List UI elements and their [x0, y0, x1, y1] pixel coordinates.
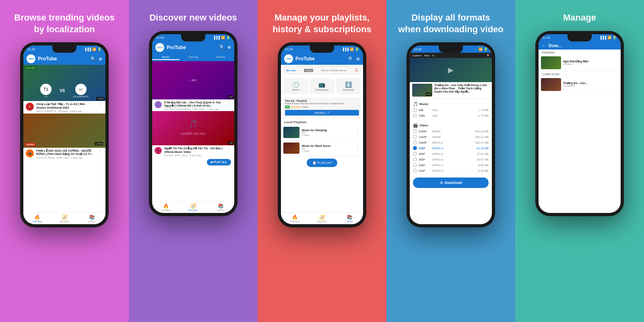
time-2: 11:53 — [156, 36, 164, 39]
big-thumb-mv2[interactable]: 🎵NGƯỜI TÔI YÊU 7:06 — [152, 111, 234, 145]
library-grid: 🕐 History 📺 Subscription ⬇️ Download — [281, 76, 363, 97]
app-name-3: ProTube — [295, 56, 346, 62]
video-card-movie[interactable]: 🎬 PHIM LẺ HAY 2023 | DÃ VƯƠNG - NGƯỜI RỪ… — [23, 148, 105, 160]
format-240p[interactable]: 240P MPEG-4 9.95 MB — [413, 162, 489, 168]
playlist-name-work: Music for Work focus — [302, 144, 353, 147]
content-1: PLAYOFF T1 T1 VS G2 G2 ESPORTS — [23, 65, 105, 213]
nav-trending-3[interactable]: 🔥 Trending — [281, 215, 308, 223]
video-card-t1[interactable]: V Vòng Loại Trực Tiếp - T1 vs G2 | Mid-S… — [23, 101, 105, 114]
more-btn-mv2[interactable]: ⋮ — [226, 147, 232, 151]
radio-480p[interactable] — [413, 152, 417, 156]
content-4: 5:08 Thương Em - Live Châu Khải Phong x … — [410, 82, 492, 224]
download-button[interactable]: ⊙ Download — [413, 178, 489, 188]
time-5: 11:51 — [543, 36, 551, 39]
radio-128k[interactable] — [413, 114, 417, 118]
format-480p[interactable]: 480P MPEG-4 27.41 MB — [413, 151, 489, 157]
phone-5-notch — [568, 34, 592, 41]
captions-label[interactable]: Captions — [412, 54, 422, 57]
panel-2-title: Discover new videos — [149, 12, 237, 24]
video-card-mv2[interactable]: G Người Tôi Yêu Chẳng Hề Yêu Tôi - Chí Đ… — [152, 145, 234, 157]
nav-library-1[interactable]: 📚 Library — [78, 215, 105, 223]
ad-content: Test Ad : Flood-It! Install Flood-It App… — [283, 98, 361, 117]
big-thumb-mv1[interactable]: ♪ MV 4:43 — [152, 61, 234, 99]
radio-1080p[interactable] — [413, 140, 417, 144]
nav-trending-2[interactable]: 🔥 Trending — [152, 203, 180, 211]
phone-3: 11:54 ▐▐▐📶🔋 LOGO ProTube 🔍 ⊕ Nice job! T… — [278, 42, 366, 227]
lib-subscription[interactable]: 📺 Subscription — [310, 78, 334, 94]
add-icon-1[interactable]: ⊕ — [99, 56, 102, 62]
download-header: ← Dow... — [539, 41, 621, 50]
more-btn-sleep[interactable]: ⋮ — [355, 130, 361, 135]
content-2: ♪ MV 4:43 🎵 Ít Nhưng Dài Lâu - Chu Thuý … — [152, 61, 234, 201]
video-card-mv1[interactable]: 🎵 Ít Nhưng Dài Lâu - Chu Thuý Quỳnh ft. … — [152, 99, 234, 111]
more-btn-mv1[interactable]: ⋮ — [226, 101, 232, 105]
more-btn-movie[interactable]: ⋮ — [97, 149, 103, 154]
big-thumb-movie[interactable]: 1:25:00 QUERBY — [23, 114, 105, 148]
format-1080p[interactable]: 1080P MPEG-4 126.02 MB — [413, 140, 489, 145]
search-icon-2[interactable]: 🔍 — [219, 45, 225, 50]
radio-720p[interactable] — [413, 146, 417, 150]
back-icon[interactable]: ← — [542, 43, 546, 48]
radio-2160p[interactable] — [413, 129, 417, 133]
add-icon-2[interactable]: ⊕ — [227, 45, 231, 50]
content-5: Pending Ngôi Nhà Đồng Rồm Pending... Com… — [539, 50, 621, 213]
tab-movies[interactable]: Movies — [207, 55, 234, 60]
radio-240p[interactable] — [413, 163, 417, 167]
big-thumb-1[interactable]: PLAYOFF T1 T1 VS G2 G2 ESPORTS — [23, 65, 105, 101]
add-playlist-button[interactable]: 📋 PLAYLIST — [307, 159, 338, 167]
search-icon-1[interactable]: 🔍 — [91, 56, 96, 62]
playlist-count-sleep: 1 video — [302, 134, 353, 136]
nav-discover-2[interactable]: 🧭 Discover — [180, 203, 207, 211]
phone-1: 11:52 ▐▐▐📶🔋 LOGO ProTube 🔍 ⊕ PLA — [20, 42, 109, 227]
dl-item-pending[interactable]: Ngôi Nhà Đồng Rồm Pending... — [539, 55, 621, 71]
nav-trending-1[interactable]: 🔥 Trending — [23, 215, 51, 223]
video-thumb-small: 5:08 — [412, 84, 432, 97]
nav-library-3[interactable]: 📚 Library — [336, 215, 363, 223]
nav-discover-1[interactable]: 🧭 Discover — [51, 215, 78, 223]
phone-1-notch — [52, 45, 76, 53]
format-2160p[interactable]: 2160P WebM 599.18 MB — [413, 128, 489, 134]
nav-discover-3[interactable]: 🧭 Discover — [308, 215, 336, 223]
dl-item-completed[interactable]: Thương Em - Live... Completed — [539, 76, 621, 93]
format-360p[interactable]: 360P MPEG-4 26.67 MB — [413, 157, 489, 162]
download-page-title: Dow... — [549, 43, 561, 48]
lib-history[interactable]: 🕐 History — [283, 78, 308, 94]
title-mv1: Ít Nhưng Dài Lâu - Chu Thuý Quỳnh ft. Ya… — [164, 101, 224, 108]
playlist-item-work[interactable]: Music for Work focus Me 1 video ⋮ — [281, 140, 363, 156]
bottom-nav-3: 🔥 Trending 🧭 Discover 📚 Library — [281, 213, 363, 224]
panel-discover: Discover new videos 11:53 ▐▐▐📶🔋 LOGO Pro… — [129, 0, 258, 322]
tab-music[interactable]: Music — [152, 55, 180, 60]
nav-library-2[interactable]: 📚 Library — [207, 203, 234, 211]
speed-label[interactable]: 1x — [432, 54, 434, 57]
content-3: Nice job! Test Ad This is a 320x50 test … — [281, 65, 363, 213]
audio-section-title: 🎵 Music — [413, 102, 489, 106]
format-128k[interactable]: 128K m4a 4.75 MB — [413, 113, 489, 118]
format-1440p[interactable]: 1440P WebM 265.31 MB — [413, 134, 489, 140]
radio-144p[interactable] — [413, 169, 417, 173]
format-720p[interactable]: 720P MPEG-4 44.18 MB — [413, 145, 489, 151]
radio-360p[interactable] — [413, 157, 417, 161]
time-1: 11:52 — [27, 47, 35, 51]
panel-4-title: Display all formatswhen downloading vide… — [398, 12, 504, 35]
add-icon-3[interactable]: ⊕ — [356, 56, 360, 62]
lib-download[interactable]: ⬇️ Download — [336, 78, 361, 94]
more-btn-t1[interactable]: ⋮ — [97, 103, 103, 107]
format-48k[interactable]: 48K m4a 1.79 MB — [413, 107, 489, 113]
radio-48k[interactable] — [413, 108, 417, 112]
quality-label[interactable]: 360p — [424, 54, 429, 57]
more-btn-work[interactable]: ⋮ — [355, 146, 361, 151]
share-icon[interactable]: ⬆ — [487, 54, 489, 57]
meta-mv1: Chu Thuy Quynh Official · 518K views · 7… — [164, 108, 224, 110]
dl-thumb-completed — [541, 78, 561, 91]
tab-gaming[interactable]: Gaming — [180, 55, 207, 60]
radio-1440p[interactable] — [413, 135, 417, 139]
search-icon-3[interactable]: 🔍 — [348, 56, 354, 62]
panel-3-title: Manage your playlists,history & subscrip… — [272, 12, 372, 35]
time-4: 10:30 — [414, 47, 422, 51]
play-all-button[interactable]: ▶ PLAY ALL — [207, 159, 231, 165]
status-icons-3: ▐▐▐📶🔋 — [342, 47, 359, 51]
format-144p[interactable]: 144P MPEG-4 5.56 MB — [413, 168, 489, 173]
video-section-title: 🎬 Video — [413, 123, 489, 128]
playlist-item-sleep[interactable]: Music for Sleeping Me 1 video ⋮ — [281, 125, 363, 140]
duration-t1: 3:19:01 — [96, 97, 105, 100]
